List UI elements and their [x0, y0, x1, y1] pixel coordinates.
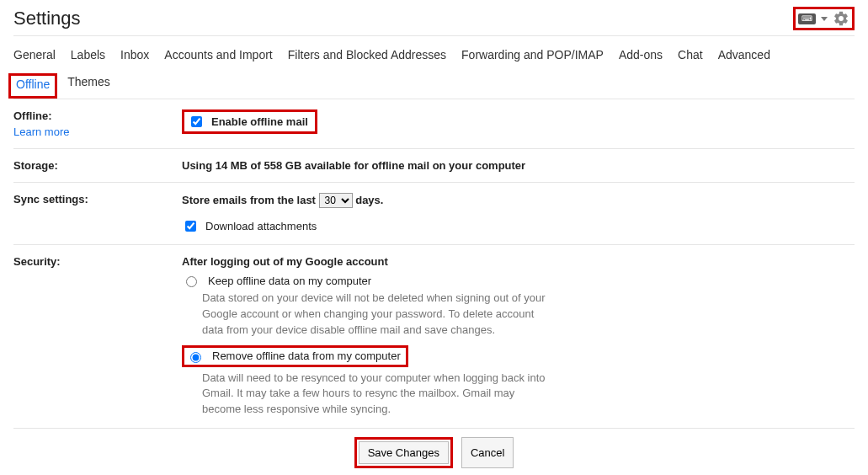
download-attachments-label: Download attachments — [205, 220, 317, 232]
learn-more-link[interactable]: Learn more — [13, 125, 182, 138]
tab-offline[interactable]: Offline — [8, 73, 57, 99]
gear-icon[interactable] — [833, 10, 849, 27]
sync-suffix: days. — [355, 194, 383, 206]
tab-labels[interactable]: Labels — [71, 48, 105, 67]
cancel-button[interactable]: Cancel — [461, 437, 514, 468]
section-label-offline: Offline: Learn more — [13, 109, 182, 138]
sync-days-select[interactable]: 30 — [319, 193, 353, 208]
header-controls: ⌨ — [793, 7, 855, 30]
section-sync: Sync settings: Store emails from the las… — [13, 182, 855, 244]
settings-tabs-row2: Offline Themes — [13, 67, 855, 99]
save-button[interactable]: Save Changes — [359, 441, 449, 464]
input-tools-dropdown-icon[interactable] — [821, 17, 828, 21]
tab-forwarding-pop-imap[interactable]: Forwarding and POP/IMAP — [461, 48, 604, 67]
security-remove-highlight: Remove offline data from my computer — [182, 345, 408, 367]
tab-addons[interactable]: Add-ons — [619, 48, 663, 67]
download-attachments-row: Download attachments — [182, 218, 855, 234]
tab-chat[interactable]: Chat — [678, 48, 703, 67]
security-keep-radio[interactable] — [186, 276, 197, 287]
download-attachments-checkbox[interactable] — [185, 221, 196, 232]
security-heading: After logging out of my Google account — [182, 255, 855, 268]
security-remove-radio[interactable] — [190, 352, 201, 363]
enable-offline-checkbox[interactable] — [191, 116, 202, 127]
section-label-security: Security: — [13, 255, 182, 418]
enable-offline-highlight: Enable offline mail — [182, 109, 317, 134]
security-keep-row[interactable]: Keep offline data on my computer — [182, 275, 855, 287]
security-keep-desc: Data stored on your device will not be d… — [202, 291, 556, 339]
section-offline: Offline: Learn more Enable offline mail — [13, 99, 855, 148]
section-label-sync: Sync settings: — [13, 193, 182, 234]
tab-themes[interactable]: Themes — [67, 75, 110, 95]
settings-tabs-row1: General Labels Inbox Accounts and Import… — [13, 36, 855, 67]
tab-inbox[interactable]: Inbox — [120, 48, 149, 67]
section-storage: Storage: Using 14 MB of 558 GB available… — [13, 148, 855, 182]
tab-filters-blocked[interactable]: Filters and Blocked Addresses — [288, 48, 446, 67]
security-keep-label: Keep offline data on my computer — [208, 275, 371, 287]
tab-accounts-import[interactable]: Accounts and Import — [164, 48, 272, 67]
header: Settings ⌨ — [13, 0, 855, 36]
page-title: Settings — [13, 8, 81, 29]
tab-advanced[interactable]: Advanced — [718, 48, 770, 67]
button-row: Save Changes Cancel — [13, 428, 855, 475]
tab-general[interactable]: General — [13, 48, 56, 67]
offline-label: Offline: — [13, 109, 52, 122]
sync-prefix: Store emails from the last — [182, 194, 316, 206]
security-remove-desc: Data will need to be resynced to your co… — [202, 371, 556, 419]
security-remove-label: Remove offline data from my computer — [212, 350, 401, 362]
enable-offline-label: Enable offline mail — [211, 115, 308, 128]
input-tools-icon[interactable]: ⌨ — [798, 13, 816, 24]
sync-store-row: Store emails from the last 30 days. — [182, 193, 855, 208]
section-label-storage: Storage: — [13, 159, 182, 172]
storage-text: Using 14 MB of 558 GB available for offl… — [182, 159, 525, 172]
section-security: Security: After logging out of my Google… — [13, 244, 855, 428]
save-highlight: Save Changes — [354, 437, 453, 468]
